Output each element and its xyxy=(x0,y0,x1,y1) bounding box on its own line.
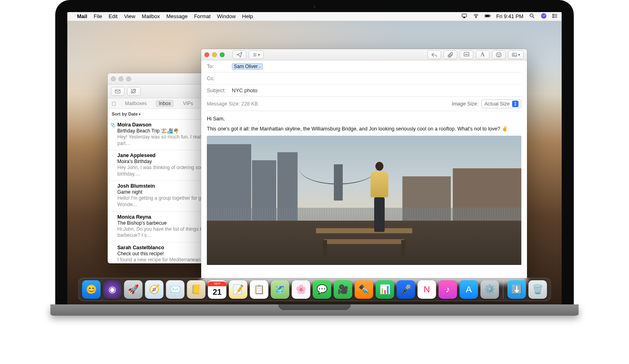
menu-format[interactable]: Format xyxy=(194,13,210,19)
dock-maps-icon[interactable]: 🗺️ xyxy=(271,280,290,299)
photo-browser-button[interactable]: ▾ xyxy=(508,50,524,59)
svg-point-7 xyxy=(553,14,554,15)
dock-numbers-icon[interactable]: 📊 xyxy=(376,280,394,299)
dock-news-icon[interactable]: N xyxy=(418,280,436,299)
svg-point-17 xyxy=(498,54,498,54)
dock-itunes-icon[interactable]: ♪ xyxy=(439,280,457,299)
dock-messages-icon[interactable]: 💬 xyxy=(313,280,331,299)
attach-button[interactable] xyxy=(444,50,457,59)
subject-field[interactable]: NYC photo xyxy=(232,87,521,93)
dock-systemprefs-icon[interactable]: ⚙️ xyxy=(481,280,499,299)
message-body[interactable]: Hi Sam, This one's got it all: the Manha… xyxy=(201,111,527,271)
clock[interactable]: Fri 9:41 PM xyxy=(496,13,523,19)
dock-safari-icon[interactable]: 🧭 xyxy=(145,280,164,299)
svg-rect-4 xyxy=(490,15,491,16)
menu-file[interactable]: File xyxy=(94,13,102,19)
compose-button[interactable] xyxy=(127,87,141,96)
wifi-icon[interactable] xyxy=(473,13,479,20)
menu-edit[interactable]: Edit xyxy=(108,13,117,19)
attachment-icon: 📎 xyxy=(110,122,116,128)
window-controls[interactable] xyxy=(204,52,225,57)
svg-point-9 xyxy=(553,17,554,18)
menu-help[interactable]: Help xyxy=(242,13,253,19)
dock-calendar-icon[interactable]: SEP21 xyxy=(208,280,227,299)
cc-label: Cc: xyxy=(207,75,232,81)
compose-window: ▾ A ▾ To: Sam Oliver⌵ xyxy=(201,49,527,284)
format-button[interactable]: A xyxy=(476,50,489,59)
dock-appstore-icon[interactable]: A xyxy=(460,280,478,299)
sort-dropdown[interactable]: Sort by Date▾ xyxy=(112,112,141,116)
menu-window[interactable]: Window xyxy=(217,13,235,19)
svg-point-18 xyxy=(499,54,500,54)
siri-icon[interactable] xyxy=(541,13,547,20)
notification-center-icon[interactable] xyxy=(552,13,558,20)
mailbox-sidebar-icon[interactable]: ▢ xyxy=(112,101,116,106)
dock-downloads-icon[interactable]: ⬇️ xyxy=(508,280,526,299)
message-size-value: 228 KB xyxy=(241,101,258,107)
dock-launchpad-icon[interactable]: 🚀 xyxy=(124,280,143,299)
get-mail-button[interactable] xyxy=(111,87,125,96)
header-fields-button[interactable]: ▾ xyxy=(249,50,264,59)
subject-label: Subject: xyxy=(207,87,232,93)
dock: 😊 ◉ 🚀 🧭 ✉️ 📒 SEP21 📝 📋 🗺️ 🌸 💬 🎥 ✒️ 📊 🎤 N… xyxy=(78,278,551,301)
dock-pages-icon[interactable]: ✒️ xyxy=(355,280,373,299)
battery-icon[interactable] xyxy=(485,13,491,20)
menu-mailbox[interactable]: Mailbox xyxy=(142,13,160,19)
dock-contacts-icon[interactable]: 📒 xyxy=(187,280,206,299)
tab-inbox[interactable]: Inbox xyxy=(156,100,174,107)
tab-mailboxes[interactable]: Mailboxes xyxy=(122,100,150,107)
image-size-select[interactable]: Actual Size xyxy=(481,99,521,108)
menu-view[interactable]: View xyxy=(124,13,135,19)
dock-trash-icon[interactable]: 🗑️ xyxy=(529,280,547,299)
svg-rect-10 xyxy=(115,90,120,93)
svg-point-16 xyxy=(496,52,501,57)
dock-mail-icon[interactable]: ✉️ xyxy=(166,280,185,299)
body-greeting: Hi Sam, xyxy=(207,116,521,122)
tab-vips[interactable]: VIPs xyxy=(179,100,196,107)
svg-point-5 xyxy=(530,14,533,17)
svg-point-1 xyxy=(476,17,477,18)
menu-message[interactable]: Message xyxy=(166,13,187,19)
spotlight-icon[interactable] xyxy=(529,13,535,20)
message-size-label: Message Size: xyxy=(207,101,240,107)
dock-reminders-icon[interactable]: 📋 xyxy=(250,280,269,299)
send-button[interactable] xyxy=(233,50,246,59)
attached-photo[interactable] xyxy=(207,136,521,265)
to-label: To: xyxy=(207,63,232,69)
airplay-icon[interactable] xyxy=(461,13,467,20)
emoji-button[interactable] xyxy=(492,50,506,59)
dock-notes-icon[interactable]: 📝 xyxy=(229,280,248,299)
svg-rect-3 xyxy=(485,15,489,17)
reply-button[interactable] xyxy=(427,50,441,59)
body-text: This one's got it all: the Manhattan sky… xyxy=(207,126,521,132)
dock-finder-icon[interactable]: 😊 xyxy=(82,280,101,299)
dock-facetime-icon[interactable]: 🎥 xyxy=(334,280,352,299)
markup-button[interactable] xyxy=(460,50,473,59)
menu-bar: Mail File Edit View Mailbox Message Form… xyxy=(67,12,562,21)
image-size-label: Image Size: xyxy=(452,101,478,107)
dock-keynote-icon[interactable]: 🎤 xyxy=(397,280,415,299)
svg-point-8 xyxy=(553,15,554,16)
dock-photos-icon[interactable]: 🌸 xyxy=(292,280,310,299)
window-controls[interactable] xyxy=(111,77,131,81)
to-field[interactable]: Sam Oliver⌵ xyxy=(232,63,521,70)
app-menu[interactable]: Mail xyxy=(77,13,87,19)
dock-siri-icon[interactable]: ◉ xyxy=(103,280,122,299)
